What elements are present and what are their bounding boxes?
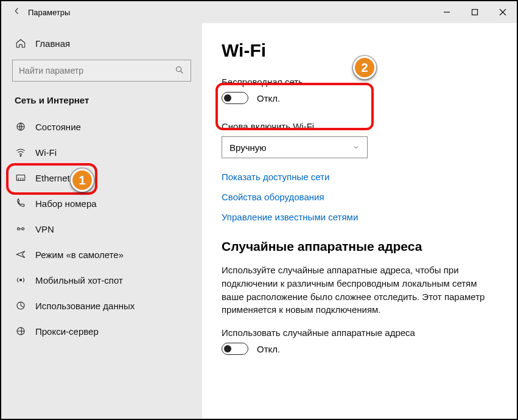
wireless-state: Откл.	[257, 93, 280, 103]
svg-point-13	[17, 228, 19, 230]
sidebar-item-vpn[interactable]: VPN	[1, 216, 202, 242]
minimize-button[interactable]	[433, 1, 461, 23]
annotation-badge-1: 1	[71, 169, 94, 192]
sidebar-item-label: Wi-Fi	[35, 147, 57, 158]
sidebar-item-ethernet[interactable]: Ethernet	[1, 165, 202, 191]
reenable-label: Снова включить Wi-Fi	[222, 121, 492, 131]
search-input[interactable]	[19, 66, 175, 75]
sidebar-item-airplane[interactable]: Режим «в самолете»	[1, 242, 202, 267]
sidebar-item-datausage[interactable]: Использование данных	[1, 293, 202, 318]
svg-point-8	[20, 155, 21, 156]
search-icon	[175, 65, 184, 77]
reenable-select[interactable]: Вручную	[222, 136, 368, 158]
link-known-networks[interactable]: Управление известными сетями	[222, 212, 492, 222]
sidebar-item-label: Набор номера	[35, 198, 97, 209]
home-label: Главная	[35, 38, 70, 49]
nav-group-title: Сеть и Интернет	[1, 93, 202, 114]
sidebar-item-label: Состояние	[35, 122, 81, 132]
proxy-icon	[15, 325, 27, 337]
sidebar-item-label: Прокси-сервер	[35, 326, 99, 337]
random-mac-heading: Случайные аппаратные адреса	[222, 239, 492, 254]
main-content: Wi-Fi Беспроводная сеть Откл. Снова вклю…	[202, 23, 517, 419]
sidebar-item-hotspot[interactable]: Мобильный хот-спот	[1, 267, 202, 293]
wireless-toggle[interactable]	[222, 92, 248, 104]
sidebar-item-proxy[interactable]: Прокси-сервер	[1, 318, 202, 344]
hotspot-icon	[15, 274, 27, 286]
window-title: Параметры	[28, 8, 433, 17]
reenable-value: Вручную	[229, 142, 267, 153]
sidebar: Главная Сеть и Интернет Состояние Wi-Fi …	[1, 23, 202, 419]
random-mac-toggle[interactable]	[222, 343, 248, 355]
sidebar-item-label: Ethernet	[35, 173, 70, 183]
svg-rect-1	[472, 10, 478, 15]
sidebar-item-label: Использование данных	[35, 301, 135, 311]
sidebar-item-dialup[interactable]: Набор номера	[1, 191, 202, 216]
close-button[interactable]	[489, 1, 517, 23]
window-controls	[433, 1, 517, 23]
search-box[interactable]	[12, 60, 191, 82]
svg-line-5	[181, 71, 183, 73]
datausage-icon	[15, 299, 27, 312]
svg-point-14	[22, 228, 24, 230]
status-icon	[15, 121, 27, 133]
chevron-down-icon	[352, 142, 360, 153]
svg-point-16	[20, 279, 22, 281]
vpn-icon	[15, 223, 27, 235]
sidebar-item-status[interactable]: Состояние	[1, 114, 202, 139]
random-mac-state: Откл.	[257, 344, 280, 354]
link-hardware-properties[interactable]: Свойства оборудования	[222, 192, 492, 202]
random-mac-toggle-label: Использовать случайные аппаратные адреса	[222, 327, 492, 338]
sidebar-item-wifi[interactable]: Wi-Fi	[1, 139, 202, 165]
sidebar-item-label: Мобильный хот-спот	[35, 275, 123, 285]
home-icon	[15, 37, 27, 49]
back-button[interactable]	[12, 6, 28, 18]
dialup-icon	[15, 197, 27, 209]
random-mac-text: Используйте случайные аппаратные адреса,…	[222, 264, 492, 317]
sidebar-item-label: VPN	[35, 224, 54, 234]
link-available-networks[interactable]: Показать доступные сети	[222, 172, 492, 182]
annotation-badge-2: 2	[353, 56, 376, 79]
wifi-icon	[15, 146, 27, 158]
wireless-label: Беспроводная сеть	[222, 77, 492, 87]
svg-point-4	[177, 66, 181, 71]
sidebar-item-label: Режим «в самолете»	[35, 250, 124, 260]
home-link[interactable]: Главная	[1, 30, 202, 56]
maximize-button[interactable]	[461, 1, 489, 23]
ethernet-icon	[15, 172, 27, 184]
titlebar: Параметры	[1, 1, 517, 23]
airplane-icon	[15, 248, 27, 261]
